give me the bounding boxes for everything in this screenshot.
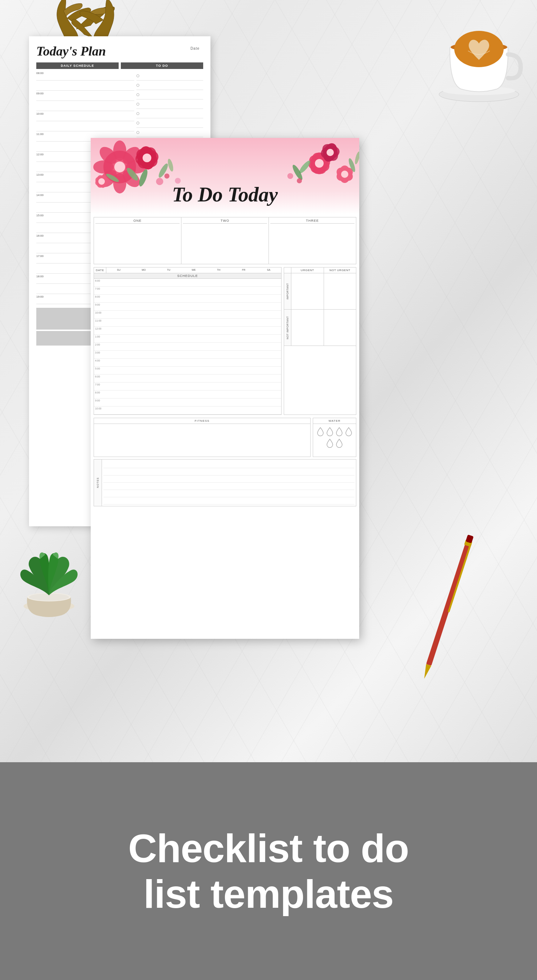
days-row: SU MO TU WE TH FR SA <box>106 267 281 273</box>
not-urgent-label: NOT URGENT <box>324 267 356 273</box>
hour-row: 9:00 <box>94 303 281 311</box>
hour-row: 11:00 <box>94 319 281 327</box>
floral-header: To Do Today <box>91 138 359 214</box>
hour-row: 3:00 <box>94 351 281 359</box>
svg-rect-64 <box>448 543 472 612</box>
matrix-corner <box>284 267 291 273</box>
svg-point-54 <box>327 149 334 156</box>
todo-header: TO DO <box>121 62 203 69</box>
notes-label: NOTES <box>94 460 102 506</box>
todays-plan-title: Today's Plan <box>36 43 203 59</box>
hour-row: 12:00 <box>94 327 281 335</box>
urgent-label: URGENT <box>291 267 324 273</box>
svg-point-33 <box>156 178 163 185</box>
bottom-section: Checklist to do list templates <box>0 762 537 980</box>
svg-point-60 <box>297 178 302 183</box>
col-three: THREE <box>269 217 356 264</box>
headline-line1: Checklist to do <box>128 826 408 872</box>
not-urgent-important-cell <box>324 273 356 309</box>
water-drop-1 <box>317 427 324 436</box>
date-label: Date <box>191 46 200 51</box>
schedule-block: DATE SU MO TU WE TH FR SA SCHEDULE 6:00 … <box>94 267 281 415</box>
svg-point-59 <box>288 173 293 179</box>
water-drop-6 <box>335 439 343 448</box>
day-th: TH <box>206 267 231 273</box>
urgent-not-important-cell <box>291 310 324 345</box>
col-one: ONE <box>94 217 181 264</box>
three-col-section: ONE TWO THREE <box>94 217 356 264</box>
matrix-important-row: IMPORTANT <box>284 273 356 310</box>
day-sa: SA <box>256 267 281 273</box>
hour-row: 10:00 <box>94 407 281 415</box>
col-three-label: THREE <box>270 219 354 224</box>
svg-rect-62 <box>426 540 472 666</box>
svg-point-49 <box>341 170 348 178</box>
fitness-water-section: FITNESS WATER <box>94 418 356 457</box>
water-drop-4 <box>345 427 352 436</box>
svg-point-16 <box>114 162 125 172</box>
lower-section: DATE SU MO TU WE TH FR SA SCHEDULE 6:00 … <box>94 267 356 415</box>
svg-point-34 <box>164 173 170 178</box>
hour-row: 4:00 <box>94 359 281 367</box>
water-drop-5 <box>326 439 334 448</box>
svg-point-27 <box>143 154 151 162</box>
water-header: WATER <box>313 418 356 424</box>
marble-background: Today's Plan Date DAILY SCHEDULE TO DO 0… <box>0 0 537 762</box>
date-col-label: DATE <box>94 267 106 273</box>
svg-marker-63 <box>422 664 431 680</box>
pen-decoration <box>416 528 478 688</box>
hour-row: 1:00 <box>94 335 281 343</box>
day-fr: FR <box>231 267 256 273</box>
water-block: WATER <box>313 418 356 457</box>
schedule-header: DATE SU MO TU WE TH FR SA <box>94 267 281 273</box>
notes-lines-area <box>102 460 356 506</box>
col-two: TWO <box>181 217 269 264</box>
notes-section: NOTES <box>94 459 356 506</box>
water-drop-3 <box>335 427 343 436</box>
coffee-cup-decoration <box>432 11 526 105</box>
col-one-label: ONE <box>95 219 180 224</box>
eisenhower-matrix: URGENT NOT URGENT IMPORTANT NOT IMPORTAN… <box>284 267 356 415</box>
bottom-headline: Checklist to do list templates <box>128 826 408 917</box>
schedule-title: SCHEDULE <box>94 273 281 279</box>
hour-row: 7:00 <box>94 383 281 391</box>
matrix-not-important-row: NOT IMPORTANT <box>284 310 356 346</box>
schedule-todo-headers: DAILY SCHEDULE TO DO <box>36 62 203 69</box>
svg-point-35 <box>175 178 181 184</box>
headline-line2: list templates <box>128 871 408 917</box>
plant-decoration <box>7 533 91 624</box>
water-drop-2 <box>326 427 334 436</box>
hour-row: 6:00 <box>94 279 281 287</box>
hour-row: 2:00 <box>94 343 281 351</box>
hour-row: 10:00 <box>94 311 281 319</box>
svg-point-21 <box>99 178 105 185</box>
fitness-header: FITNESS <box>94 418 310 424</box>
day-tu: TU <box>156 267 181 273</box>
important-row-label: IMPORTANT <box>284 273 291 309</box>
svg-text:To Do Today: To Do Today <box>172 183 278 206</box>
svg-point-42 <box>315 159 324 168</box>
day-su: SU <box>106 267 131 273</box>
day-mo: MO <box>131 267 156 273</box>
matrix-header: URGENT NOT URGENT <box>284 267 356 273</box>
hour-row: 5:00 <box>94 367 281 375</box>
fitness-block: FITNESS <box>94 418 311 457</box>
col-two-label: TWO <box>183 219 267 224</box>
hour-row: 6:00 <box>94 375 281 383</box>
not-important-row-label: NOT IMPORTANT <box>284 310 291 345</box>
hour-row: 8:00 <box>94 391 281 399</box>
hour-row: 9:00 <box>94 399 281 407</box>
not-urgent-not-important-cell <box>324 310 356 345</box>
hour-row: 7:00 <box>94 287 281 295</box>
hour-row: 8:00 <box>94 295 281 303</box>
water-drops-container <box>313 424 356 451</box>
daily-schedule-header: DAILY SCHEDULE <box>36 62 119 69</box>
urgent-important-cell <box>291 273 324 309</box>
todo-today-page: To Do Today ONE TWO THREE DATE SU <box>91 138 359 639</box>
day-we: WE <box>181 267 206 273</box>
